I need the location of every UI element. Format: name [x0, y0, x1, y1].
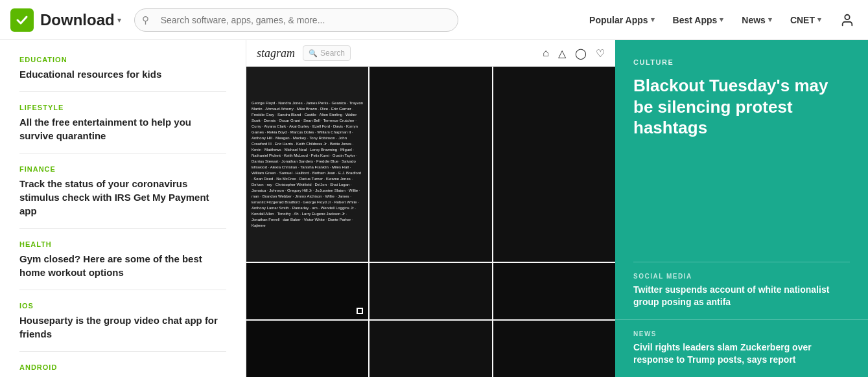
- sub-articles: SOCIAL MEDIA Twitter suspends account of…: [615, 262, 868, 377]
- ig-cell-black-1: [369, 67, 491, 262]
- sidebar-section-health: HEALTH Gym closed? Here are some of the …: [19, 240, 226, 290]
- ig-cell-black-4: [369, 263, 491, 319]
- sub-article-1[interactable]: NEWS Civil rights leaders slam Zuckerber…: [615, 319, 868, 377]
- sidebar-divider: [19, 351, 226, 352]
- sidebar-category-education: EDUCATION: [19, 56, 226, 63]
- user-account-icon[interactable]: [837, 10, 858, 30]
- center-content: stagram 🔍 Search ⌂ △ ◯ ♡ George Floyd · …: [246, 40, 615, 377]
- sub-article-0[interactable]: SOCIAL MEDIA Twitter suspends account of…: [615, 262, 868, 319]
- chevron-down-icon: ▾: [768, 16, 772, 24]
- main-content: EDUCATION Educational resources for kids…: [0, 40, 868, 377]
- sidebar-article-lifestyle[interactable]: All the free entertainment to help you s…: [19, 115, 226, 143]
- search-icon: ⚲: [142, 14, 149, 26]
- ig-search-label: Search: [320, 49, 345, 58]
- search-bar: ⚲: [134, 8, 458, 32]
- logo-icon: [10, 8, 34, 32]
- sidebar-divider: [19, 228, 226, 229]
- ig-cell-black-3: [246, 263, 368, 319]
- sub-title-1: Civil rights leaders slam Zuckerberg ove…: [633, 341, 850, 367]
- ig-names-text: George Floyd · Nandra Jones · James Perk…: [246, 95, 368, 234]
- featured-article[interactable]: CULTURE Blackout Tuesday's may be silenc…: [615, 40, 868, 262]
- checkmark-icon: [15, 13, 29, 27]
- ig-cell-black-6: [246, 321, 368, 377]
- sidebar-section-finance: FINANCE Track the status of your coronav…: [19, 165, 226, 229]
- ig-activity-icon[interactable]: ◯: [575, 47, 587, 60]
- sidebar-section-education: EDUCATION Educational resources for kids: [19, 56, 226, 92]
- ig-cell-names: George Floyd · Nandra Jones · James Perk…: [246, 67, 368, 262]
- ig-header: stagram 🔍 Search ⌂ △ ◯ ♡: [246, 40, 615, 67]
- chevron-down-icon: ▾: [651, 16, 655, 24]
- sidebar-article-finance[interactable]: Track the status of your coronavirus sti…: [19, 177, 226, 218]
- ig-cell-black-5: [493, 263, 615, 319]
- ig-home-icon[interactable]: ⌂: [543, 47, 549, 60]
- sidebar-article-health[interactable]: Gym closed? Here are some of the best ho…: [19, 252, 226, 279]
- logo-dropdown-arrow[interactable]: ▾: [117, 16, 121, 25]
- featured-category: CULTURE: [633, 58, 850, 66]
- chevron-down-icon: ▾: [817, 16, 821, 24]
- nav-best-apps[interactable]: Best Apps ▾: [665, 10, 732, 30]
- ig-cell-black-2: [493, 67, 615, 262]
- featured-title: Blackout Tuesday's may be silencing prot…: [633, 75, 850, 139]
- search-input[interactable]: [134, 8, 458, 32]
- ig-grid: George Floyd · Nandra Jones · James Perk…: [246, 67, 615, 377]
- sidebar-section-ios: IOS Houseparty is the group video chat a…: [19, 302, 226, 352]
- nav-popular-apps[interactable]: Popular Apps ▾: [581, 10, 663, 30]
- main-nav: Popular Apps ▾ Best Apps ▾ News ▾ CNET ▾: [581, 10, 858, 30]
- sidebar: EDUCATION Educational resources for kids…: [0, 40, 246, 377]
- ig-cell-black-7: [369, 321, 491, 377]
- sidebar-section-lifestyle: LIFESTYLE All the free entertainment to …: [19, 104, 226, 154]
- sidebar-category-lifestyle: LIFESTYLE: [19, 104, 226, 111]
- sidebar-article-ios[interactable]: Houseparty is the group video chat app f…: [19, 314, 226, 341]
- logo[interactable]: Download ▾: [10, 8, 121, 32]
- sub-title-0: Twitter suspends account of white nation…: [633, 284, 850, 309]
- sidebar-category-finance: FINANCE: [19, 165, 226, 173]
- sub-category-1: NEWS: [633, 330, 850, 337]
- ig-logo: stagram: [257, 47, 295, 60]
- instagram-mock: stagram 🔍 Search ⌂ △ ◯ ♡ George Floyd · …: [246, 40, 615, 377]
- sidebar-category-health: HEALTH: [19, 240, 226, 248]
- ig-dot-icon: [357, 308, 363, 314]
- chevron-down-icon: ▾: [720, 16, 723, 24]
- nav-cnet[interactable]: CNET ▾: [782, 10, 829, 30]
- sidebar-article-education[interactable]: Educational resources for kids: [19, 67, 226, 81]
- right-news-panel: CULTURE Blackout Tuesday's may be silenc…: [615, 40, 868, 377]
- sidebar-category-android: ANDROID: [19, 363, 226, 371]
- ig-search[interactable]: 🔍 Search: [303, 45, 351, 61]
- search-icon: 🔍: [309, 49, 318, 58]
- nav-news[interactable]: News ▾: [734, 10, 780, 30]
- ig-favorites-icon[interactable]: ♡: [596, 47, 605, 60]
- sidebar-divider: [19, 153, 226, 154]
- ig-cell-black-8: [493, 321, 615, 377]
- ig-icons: ⌂ △ ◯ ♡: [543, 47, 605, 60]
- sidebar-divider: [19, 91, 226, 92]
- sidebar-divider: [19, 290, 226, 290]
- site-header: Download ▾ ⚲ Popular Apps ▾ Best Apps ▾ …: [0, 0, 868, 40]
- sub-category-0: SOCIAL MEDIA: [633, 273, 850, 280]
- sidebar-category-ios: IOS: [19, 302, 226, 310]
- svg-point-0: [845, 14, 849, 19]
- logo-text: Download: [40, 11, 115, 29]
- ig-explore-icon[interactable]: △: [558, 47, 566, 60]
- sidebar-section-android: ANDROID: [19, 363, 226, 371]
